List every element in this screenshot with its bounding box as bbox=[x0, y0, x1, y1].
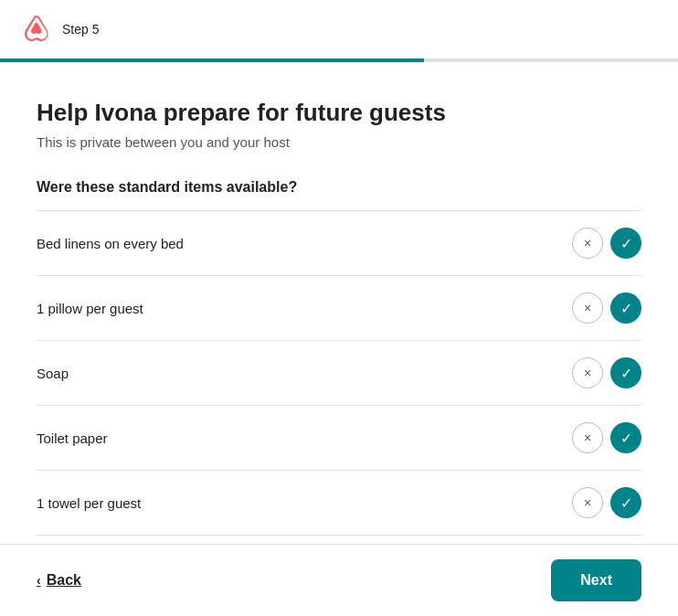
footer: ‹ Back Next bbox=[0, 544, 678, 616]
x-icon: × bbox=[584, 236, 591, 250]
item-name: Soap bbox=[37, 366, 69, 381]
item-controls: × ✓ bbox=[572, 422, 641, 453]
progress-bar-container bbox=[0, 58, 678, 62]
check-icon: ✓ bbox=[620, 365, 632, 382]
table-row: 1 towel per guest × ✓ bbox=[37, 471, 641, 536]
check-icon: ✓ bbox=[620, 430, 632, 447]
header: Step 5 bbox=[0, 0, 678, 58]
x-icon: × bbox=[584, 495, 591, 510]
x-icon: × bbox=[584, 366, 591, 380]
no-button-soap[interactable]: × bbox=[572, 357, 603, 388]
x-icon: × bbox=[584, 430, 591, 445]
main-content: Help Ivona prepare for future guests Thi… bbox=[0, 62, 678, 616]
check-icon: ✓ bbox=[620, 300, 632, 317]
yes-button-bed-linens[interactable]: ✓ bbox=[610, 228, 641, 259]
items-list: Bed linens on every bed × ✓ 1 pillow per… bbox=[37, 210, 641, 536]
chevron-left-icon: ‹ bbox=[37, 573, 41, 588]
no-button-towel[interactable]: × bbox=[572, 487, 603, 518]
item-controls: × ✓ bbox=[572, 357, 641, 388]
yes-button-soap[interactable]: ✓ bbox=[610, 357, 641, 388]
page-subtitle: This is private between you and your hos… bbox=[37, 134, 641, 150]
no-button-toilet-paper[interactable]: × bbox=[572, 422, 603, 453]
item-controls: × ✓ bbox=[572, 228, 641, 259]
yes-button-toilet-paper[interactable]: ✓ bbox=[610, 422, 641, 453]
no-button-pillow[interactable]: × bbox=[572, 292, 603, 324]
progress-bar-fill bbox=[0, 58, 424, 62]
next-button[interactable]: Next bbox=[551, 559, 641, 601]
back-label: Back bbox=[47, 572, 81, 589]
x-icon: × bbox=[584, 301, 591, 315]
page-title: Help Ivona prepare for future guests bbox=[37, 99, 641, 127]
item-name: Bed linens on every bed bbox=[37, 236, 184, 251]
no-button-bed-linens[interactable]: × bbox=[572, 228, 603, 259]
check-icon: ✓ bbox=[620, 494, 632, 512]
step-label: Step 5 bbox=[62, 22, 99, 37]
item-name: Toilet paper bbox=[37, 430, 108, 446]
table-row: Soap × ✓ bbox=[37, 341, 641, 406]
section-label: Were these standard items available? bbox=[37, 179, 641, 196]
item-name: 1 pillow per guest bbox=[37, 301, 143, 316]
yes-button-towel[interactable]: ✓ bbox=[610, 487, 641, 518]
airbnb-logo-icon bbox=[22, 15, 51, 44]
table-row: 1 pillow per guest × ✓ bbox=[37, 276, 641, 341]
yes-button-pillow[interactable]: ✓ bbox=[610, 292, 641, 324]
table-row: Toilet paper × ✓ bbox=[37, 406, 641, 471]
item-controls: × ✓ bbox=[572, 292, 641, 324]
table-row: Bed linens on every bed × ✓ bbox=[37, 211, 641, 276]
item-controls: × ✓ bbox=[572, 487, 641, 518]
item-name: 1 towel per guest bbox=[37, 495, 141, 511]
back-button[interactable]: ‹ Back bbox=[37, 572, 81, 589]
check-icon: ✓ bbox=[620, 235, 632, 252]
